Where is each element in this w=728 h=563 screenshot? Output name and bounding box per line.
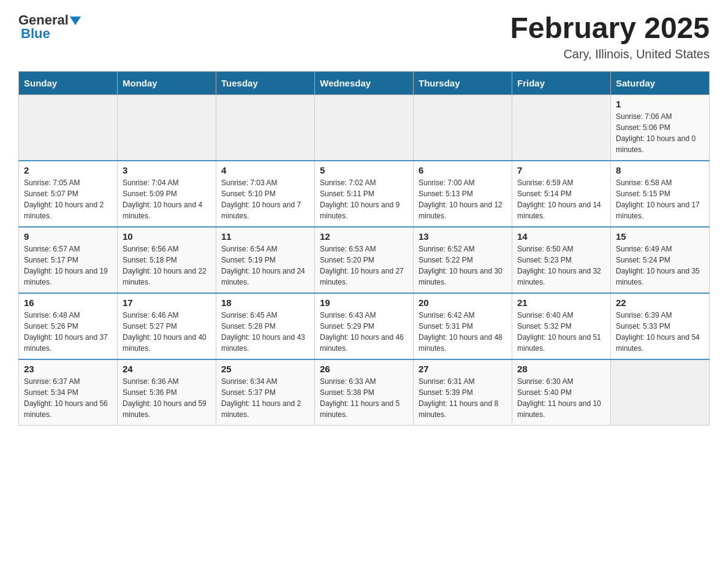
- day-header-saturday: Saturday: [611, 71, 710, 94]
- day-number: 5: [320, 165, 408, 175]
- calendar-week-row: 1Sunrise: 7:06 AMSunset: 5:06 PMDaylight…: [19, 94, 710, 161]
- day-header-wednesday: Wednesday: [315, 71, 414, 94]
- day-info: Sunrise: 6:33 AMSunset: 5:38 PMDaylight:…: [320, 376, 408, 420]
- calendar-day-cell: 3Sunrise: 7:04 AMSunset: 5:09 PMDaylight…: [118, 161, 216, 227]
- day-number: 21: [517, 297, 605, 308]
- day-number: 25: [221, 364, 309, 374]
- day-header-thursday: Thursday: [414, 71, 512, 94]
- day-info: Sunrise: 7:06 AMSunset: 5:06 PMDaylight:…: [616, 111, 704, 155]
- day-info: Sunrise: 6:58 AMSunset: 5:15 PMDaylight:…: [616, 177, 704, 221]
- day-info: Sunrise: 7:02 AMSunset: 5:11 PMDaylight:…: [320, 177, 408, 221]
- day-number: 23: [24, 364, 112, 374]
- calendar-day-cell: 10Sunrise: 6:56 AMSunset: 5:18 PMDayligh…: [118, 227, 216, 293]
- calendar-day-cell: 11Sunrise: 6:54 AMSunset: 5:19 PMDayligh…: [216, 227, 315, 293]
- day-number: 28: [517, 364, 605, 374]
- calendar-day-cell: 23Sunrise: 6:37 AMSunset: 5:34 PMDayligh…: [19, 359, 118, 426]
- day-info: Sunrise: 6:48 AMSunset: 5:26 PMDaylight:…: [24, 310, 112, 354]
- calendar-day-cell: 15Sunrise: 6:49 AMSunset: 5:24 PMDayligh…: [611, 227, 710, 293]
- location-subtitle: Cary, Illinois, United States: [510, 47, 710, 61]
- day-number: 16: [24, 297, 112, 308]
- calendar-day-cell: 24Sunrise: 6:36 AMSunset: 5:36 PMDayligh…: [118, 359, 216, 426]
- day-number: 7: [517, 165, 605, 175]
- day-number: 9: [24, 231, 112, 242]
- calendar-day-cell: 20Sunrise: 6:42 AMSunset: 5:31 PMDayligh…: [414, 293, 512, 359]
- title-section: February 2025 Cary, Illinois, United Sta…: [510, 12, 710, 61]
- calendar-day-cell: 12Sunrise: 6:53 AMSunset: 5:20 PMDayligh…: [315, 227, 414, 293]
- calendar-day-cell: [512, 94, 611, 161]
- calendar-day-cell: [19, 94, 118, 161]
- calendar-week-row: 16Sunrise: 6:48 AMSunset: 5:26 PMDayligh…: [19, 293, 710, 359]
- day-number: 17: [123, 297, 211, 308]
- calendar-day-cell: 21Sunrise: 6:40 AMSunset: 5:32 PMDayligh…: [512, 293, 611, 359]
- day-info: Sunrise: 6:30 AMSunset: 5:40 PMDaylight:…: [517, 376, 605, 420]
- day-number: 11: [221, 231, 309, 242]
- calendar-day-cell: 4Sunrise: 7:03 AMSunset: 5:10 PMDaylight…: [216, 161, 315, 227]
- calendar-day-cell: 26Sunrise: 6:33 AMSunset: 5:38 PMDayligh…: [315, 359, 414, 426]
- day-info: Sunrise: 6:52 AMSunset: 5:22 PMDaylight:…: [419, 243, 507, 288]
- calendar-day-cell: 9Sunrise: 6:57 AMSunset: 5:17 PMDaylight…: [19, 227, 118, 293]
- day-number: 12: [320, 231, 408, 242]
- day-info: Sunrise: 6:56 AMSunset: 5:18 PMDaylight:…: [123, 243, 211, 288]
- calendar-day-cell: 6Sunrise: 7:00 AMSunset: 5:13 PMDaylight…: [414, 161, 512, 227]
- day-header-friday: Friday: [512, 71, 611, 94]
- day-number: 1: [616, 99, 704, 109]
- day-number: 18: [221, 297, 309, 308]
- day-number: 10: [123, 231, 211, 242]
- calendar-header-row: SundayMondayTuesdayWednesdayThursdayFrid…: [19, 71, 710, 94]
- day-info: Sunrise: 6:59 AMSunset: 5:14 PMDaylight:…: [517, 177, 605, 221]
- day-number: 15: [616, 231, 704, 242]
- calendar-day-cell: 19Sunrise: 6:43 AMSunset: 5:29 PMDayligh…: [315, 293, 414, 359]
- calendar-week-row: 9Sunrise: 6:57 AMSunset: 5:17 PMDaylight…: [19, 227, 710, 293]
- calendar-day-cell: 28Sunrise: 6:30 AMSunset: 5:40 PMDayligh…: [512, 359, 611, 426]
- day-info: Sunrise: 6:45 AMSunset: 5:28 PMDaylight:…: [221, 310, 309, 354]
- day-header-sunday: Sunday: [19, 71, 118, 94]
- day-header-monday: Monday: [118, 71, 216, 94]
- day-info: Sunrise: 6:37 AMSunset: 5:34 PMDaylight:…: [24, 376, 112, 420]
- day-info: Sunrise: 6:46 AMSunset: 5:27 PMDaylight:…: [123, 310, 211, 354]
- day-number: 22: [616, 297, 704, 308]
- day-number: 3: [123, 165, 211, 175]
- day-info: Sunrise: 6:50 AMSunset: 5:23 PMDaylight:…: [517, 243, 605, 288]
- day-number: 27: [419, 364, 507, 374]
- calendar-day-cell: [414, 94, 512, 161]
- month-title: February 2025: [510, 12, 710, 45]
- calendar-day-cell: 14Sunrise: 6:50 AMSunset: 5:23 PMDayligh…: [512, 227, 611, 293]
- calendar-day-cell: 22Sunrise: 6:39 AMSunset: 5:33 PMDayligh…: [611, 293, 710, 359]
- day-info: Sunrise: 7:00 AMSunset: 5:13 PMDaylight:…: [419, 177, 507, 221]
- calendar-day-cell: [118, 94, 216, 161]
- calendar-day-cell: 8Sunrise: 6:58 AMSunset: 5:15 PMDaylight…: [611, 161, 710, 227]
- day-number: 26: [320, 364, 408, 374]
- day-info: Sunrise: 7:05 AMSunset: 5:07 PMDaylight:…: [24, 177, 112, 221]
- calendar-day-cell: 1Sunrise: 7:06 AMSunset: 5:06 PMDaylight…: [611, 94, 710, 161]
- calendar-day-cell: 2Sunrise: 7:05 AMSunset: 5:07 PMDaylight…: [19, 161, 118, 227]
- calendar-week-row: 2Sunrise: 7:05 AMSunset: 5:07 PMDaylight…: [19, 161, 710, 227]
- day-info: Sunrise: 6:49 AMSunset: 5:24 PMDaylight:…: [616, 243, 704, 288]
- calendar-day-cell: [611, 359, 710, 426]
- calendar-day-cell: 18Sunrise: 6:45 AMSunset: 5:28 PMDayligh…: [216, 293, 315, 359]
- day-info: Sunrise: 6:36 AMSunset: 5:36 PMDaylight:…: [123, 376, 211, 420]
- day-info: Sunrise: 6:43 AMSunset: 5:29 PMDaylight:…: [320, 310, 408, 354]
- day-number: 19: [320, 297, 408, 308]
- day-info: Sunrise: 6:53 AMSunset: 5:20 PMDaylight:…: [320, 243, 408, 288]
- day-info: Sunrise: 6:57 AMSunset: 5:17 PMDaylight:…: [24, 243, 112, 288]
- logo: General Blue: [18, 12, 81, 42]
- calendar-day-cell: 25Sunrise: 6:34 AMSunset: 5:37 PMDayligh…: [216, 359, 315, 426]
- calendar-day-cell: [315, 94, 414, 161]
- calendar-week-row: 23Sunrise: 6:37 AMSunset: 5:34 PMDayligh…: [19, 359, 710, 426]
- day-info: Sunrise: 6:31 AMSunset: 5:39 PMDaylight:…: [419, 376, 507, 420]
- day-info: Sunrise: 7:04 AMSunset: 5:09 PMDaylight:…: [123, 177, 211, 221]
- day-info: Sunrise: 6:34 AMSunset: 5:37 PMDaylight:…: [221, 376, 309, 420]
- page-header: General Blue February 2025 Cary, Illinoi…: [18, 12, 710, 61]
- day-number: 4: [221, 165, 309, 175]
- calendar-day-cell: 16Sunrise: 6:48 AMSunset: 5:26 PMDayligh…: [19, 293, 118, 359]
- calendar-table: SundayMondayTuesdayWednesdayThursdayFrid…: [18, 71, 710, 426]
- logo-triangle-icon: [70, 17, 81, 25]
- logo-blue-text: Blue: [18, 26, 50, 42]
- calendar-day-cell: 17Sunrise: 6:46 AMSunset: 5:27 PMDayligh…: [118, 293, 216, 359]
- day-info: Sunrise: 6:40 AMSunset: 5:32 PMDaylight:…: [517, 310, 605, 354]
- day-number: 8: [616, 165, 704, 175]
- day-info: Sunrise: 7:03 AMSunset: 5:10 PMDaylight:…: [221, 177, 309, 221]
- day-number: 13: [419, 231, 507, 242]
- day-number: 2: [24, 165, 112, 175]
- day-info: Sunrise: 6:54 AMSunset: 5:19 PMDaylight:…: [221, 243, 309, 288]
